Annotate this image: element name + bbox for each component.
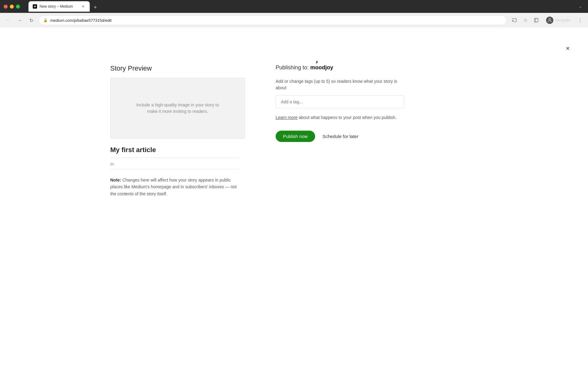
publishing-to-label: Publishing to: bbox=[276, 64, 309, 71]
close-window-button[interactable] bbox=[4, 5, 8, 9]
image-placeholder-text: Include a high-quality image in your sto… bbox=[124, 102, 231, 115]
publishing-to: Publishing to: moodjoy bbox=[276, 64, 404, 71]
address-bar: ← → ↻ 🔒 medium.com/p/ba6ae577315d/edit ☆ bbox=[0, 13, 588, 28]
tab-close-button[interactable]: ✕ bbox=[81, 4, 85, 9]
tag-input[interactable] bbox=[276, 95, 404, 108]
note-box: Note: Changes here will affect how your … bbox=[110, 177, 239, 197]
reload-button[interactable]: ↻ bbox=[27, 16, 36, 25]
article-subtitle: In bbox=[110, 162, 239, 169]
article-title-divider bbox=[110, 158, 239, 158]
learn-more-text: Learn more about what happens to your po… bbox=[276, 114, 404, 121]
tab-title: New story – Medium bbox=[40, 4, 78, 9]
browser-chrome: M New story – Medium ✕ + ⌄ ← → ↻ 🔒 mediu… bbox=[0, 0, 588, 28]
bookmark-icon[interactable]: ☆ bbox=[521, 16, 530, 25]
incognito-label: Incognito bbox=[555, 18, 570, 22]
svg-rect-1 bbox=[534, 18, 538, 22]
forward-button[interactable]: → bbox=[15, 16, 24, 25]
tab-favicon: M bbox=[33, 4, 37, 9]
incognito-button[interactable]: Incognito bbox=[543, 15, 573, 25]
maximize-window-button[interactable] bbox=[16, 5, 20, 9]
main-layout: Story Preview Include a high-quality ima… bbox=[110, 28, 478, 197]
close-icon: × bbox=[566, 44, 570, 52]
learn-more-suffix: about what happens to your post when you… bbox=[299, 115, 396, 120]
traffic-lights bbox=[4, 5, 20, 9]
svg-point-3 bbox=[549, 18, 551, 20]
back-button[interactable]: ← bbox=[4, 16, 12, 25]
minimize-window-button[interactable] bbox=[10, 5, 14, 9]
close-panel-button[interactable]: × bbox=[563, 44, 573, 53]
sidebar-icon[interactable] bbox=[532, 16, 541, 25]
menu-icon[interactable]: ⋮ bbox=[576, 16, 584, 25]
title-bar: M New story – Medium ✕ + ⌄ bbox=[0, 0, 588, 13]
right-panel: Publishing to: moodjoy Add or change tag… bbox=[257, 64, 404, 197]
page-content: × Story Preview Include a high-quality i… bbox=[0, 28, 588, 368]
note-text: Changes here will affect how your story … bbox=[110, 178, 236, 196]
action-buttons: Publish now Schedule for later bbox=[276, 131, 404, 142]
security-icon: 🔒 bbox=[43, 18, 48, 22]
tab-bar: M New story – Medium ✕ + bbox=[25, 1, 103, 12]
image-placeholder: Include a high-quality image in your sto… bbox=[110, 78, 245, 139]
browser-right-controls: ☆ Incognito ⋮ bbox=[510, 15, 584, 25]
tab-dropdown-button[interactable]: ⌄ bbox=[576, 3, 584, 10]
url-text: medium.com/p/ba6ae577315d/edit bbox=[50, 18, 502, 23]
active-tab[interactable]: M New story – Medium ✕ bbox=[28, 1, 90, 12]
incognito-avatar bbox=[546, 17, 553, 24]
story-preview-title: Story Preview bbox=[110, 64, 239, 72]
cast-icon[interactable] bbox=[510, 16, 518, 25]
article-title: My first article bbox=[110, 146, 239, 154]
note-label: Note: bbox=[110, 178, 121, 182]
publish-now-button[interactable]: Publish now bbox=[276, 131, 315, 142]
tags-description: Add or change tags (up to 5) so readers … bbox=[276, 78, 404, 91]
publishing-to-value: moodjoy bbox=[310, 64, 333, 71]
tab-right-controls: ⌄ bbox=[576, 3, 584, 10]
schedule-for-later-button[interactable]: Schedule for later bbox=[322, 134, 359, 139]
left-panel: Story Preview Include a high-quality ima… bbox=[110, 64, 257, 197]
tab-favicon-letter: M bbox=[34, 5, 36, 8]
url-bar[interactable]: 🔒 medium.com/p/ba6ae577315d/edit bbox=[39, 15, 507, 25]
learn-more-link[interactable]: Learn more bbox=[276, 115, 298, 120]
new-tab-button[interactable]: + bbox=[91, 3, 100, 12]
